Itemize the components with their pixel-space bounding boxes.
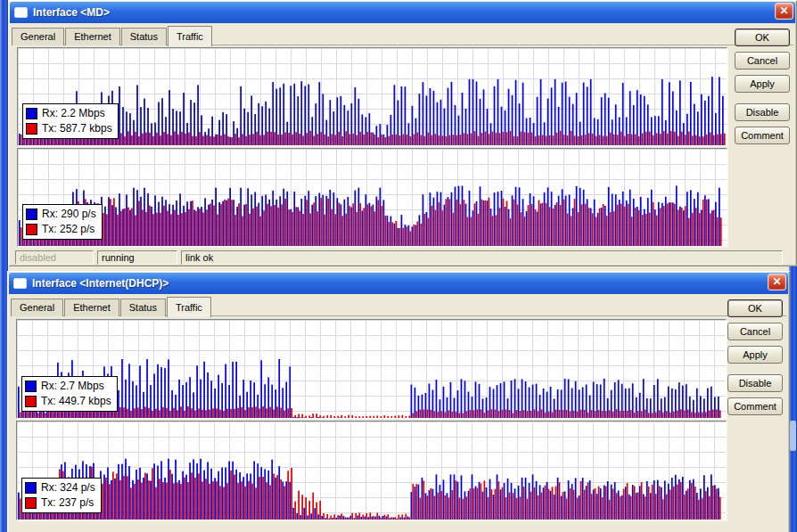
tab-strip: General Ethernet Status Traffic (11, 296, 710, 316)
tx-color-swatch (26, 224, 37, 235)
traffic-graph-packets: Rx: 324 p/s Tx: 237 p/s (16, 421, 727, 520)
tab-traffic[interactable]: Traffic (168, 26, 212, 46)
apply-button[interactable]: Apply (735, 75, 790, 93)
rx-color-swatch (25, 482, 37, 494)
rx-value: Rx: 2.2 Mbps (42, 106, 105, 121)
traffic-bars-bits (17, 320, 726, 418)
window-icon (14, 7, 28, 18)
rx-value: Rx: 290 p/s (42, 207, 96, 222)
tab-ethernet[interactable]: Ethernet (64, 299, 119, 316)
comment-button[interactable]: Comment (727, 397, 783, 415)
status-field-disabled: disabled (15, 250, 94, 265)
title-bar[interactable]: Interface <MD> (10, 2, 795, 23)
traffic-graph-packets: Rx: 290 p/s Tx: 252 p/s (17, 148, 727, 247)
tab-ethernet[interactable]: Ethernet (65, 28, 120, 45)
graph-legend: Rx: 2.2 Mbps Tx: 587.7 kbps (22, 103, 119, 139)
rx-value: Rx: 324 p/s (41, 480, 95, 495)
tab-general[interactable]: General (11, 299, 63, 316)
tx-value: Tx: 587.7 kbps (42, 121, 112, 136)
traffic-bars-packets (17, 422, 726, 520)
ok-button[interactable]: OK (735, 29, 790, 46)
interface-internet-dhcp-window: Interface <Internet(DHCP)> ✕ General Eth… (7, 271, 790, 532)
background-scrollbar-thumb (790, 421, 796, 451)
tab-traffic[interactable]: Traffic (167, 297, 211, 317)
tx-color-swatch (25, 497, 37, 509)
window-title: Interface <MD> (33, 6, 110, 19)
tab-status[interactable]: Status (120, 299, 166, 316)
tx-color-swatch (25, 396, 37, 407)
tab-strip: General Ethernet Status Traffic (12, 25, 717, 45)
status-field-running: running (97, 250, 177, 265)
graph-legend: Rx: 324 p/s Tx: 237 p/s (21, 478, 102, 513)
close-icon[interactable]: ✕ (768, 274, 786, 291)
traffic-graph-bits: Rx: 2.7 Mbps Tx: 449.7 kbps (16, 319, 727, 419)
cancel-button[interactable]: Cancel (735, 52, 790, 70)
tab-general[interactable]: General (12, 28, 64, 45)
cancel-button[interactable]: Cancel (727, 323, 783, 340)
title-bar[interactable]: Interface <Internet(DHCP)> (9, 273, 788, 294)
traffic-bars-packets (18, 149, 727, 246)
disable-button[interactable]: Disable (727, 374, 783, 392)
graph-legend: Rx: 290 p/s Tx: 252 p/s (22, 204, 103, 240)
tx-color-swatch (26, 123, 37, 135)
interface-md-window: Interface <MD> ✕ General Ethernet Status… (8, 0, 797, 266)
close-icon[interactable]: ✕ (775, 3, 793, 20)
ok-button[interactable]: OK (727, 299, 783, 317)
tx-value: Tx: 237 p/s (41, 495, 94, 511)
comment-button[interactable]: Comment (735, 127, 790, 144)
rx-color-swatch (26, 209, 37, 220)
window-icon (13, 278, 27, 289)
tx-value: Tx: 252 p/s (42, 222, 94, 237)
rx-color-swatch (25, 381, 37, 392)
disable-button[interactable]: Disable (735, 103, 790, 121)
tx-value: Tx: 449.7 kbps (41, 394, 111, 409)
rx-color-swatch (26, 108, 37, 119)
graph-legend: Rx: 2.7 Mbps Tx: 449.7 kbps (21, 376, 118, 412)
status-field-link: link ok (181, 250, 783, 265)
apply-button[interactable]: Apply (727, 346, 783, 364)
tab-status[interactable]: Status (121, 28, 167, 45)
traffic-bars-bits (18, 48, 727, 145)
rx-value: Rx: 2.7 Mbps (41, 379, 104, 394)
window-title: Interface <Internet(DHCP)> (32, 277, 168, 290)
traffic-graph-bits: Rx: 2.2 Mbps Tx: 587.7 kbps (17, 47, 727, 146)
